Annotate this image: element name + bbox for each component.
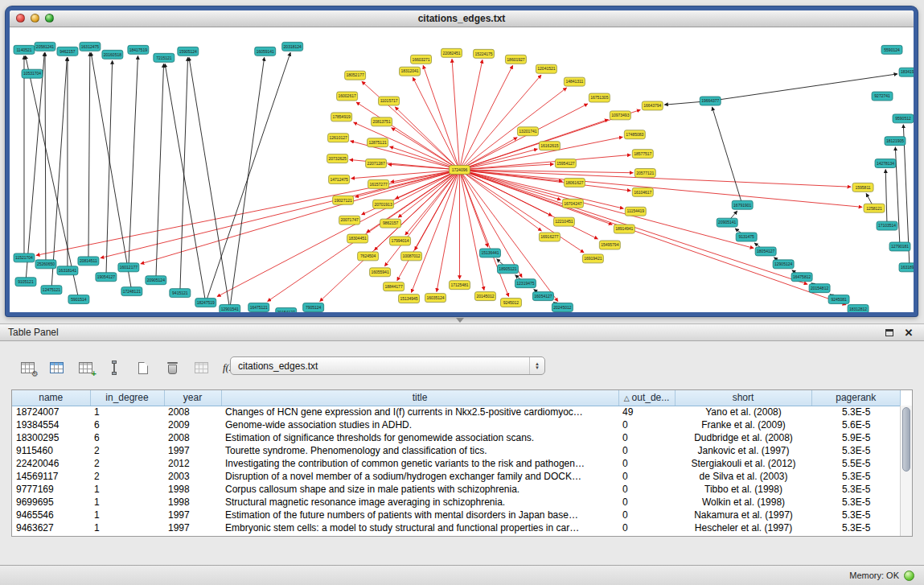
table-cell[interactable]: 5.3E-5 [811,470,901,483]
table-cell[interactable]: 1 [90,496,164,509]
table-cell[interactable]: 1997 [164,521,221,534]
table-row[interactable]: 1830029562008Estimation of significance … [12,431,901,444]
graph-node[interactable]: 18905121 [497,265,518,274]
table-cell[interactable]: 2008 [164,406,221,418]
graph-node[interactable]: 15954127 [555,159,576,168]
table-cell[interactable]: 0 [618,509,675,521]
table-cell[interactable]: 18300295 [12,431,90,444]
delete-table-button[interactable] [159,356,185,379]
table-cell[interactable]: 5.3E-5 [811,496,901,509]
row-height-button[interactable] [101,356,127,379]
graph-node[interactable]: 16059141 [255,47,276,56]
table-cell[interactable]: 0 [618,444,675,457]
graph-node[interactable]: 25260650 [35,260,56,269]
graph-edge[interactable] [460,170,754,248]
table-cell[interactable]: 2012 [164,457,221,470]
table-cell[interactable]: 0 [618,496,675,509]
graph-node[interactable]: 20905141 [717,218,737,227]
graph-node[interactable]: 16002617 [337,92,358,101]
graph-node[interactable]: 17248121 [121,287,142,296]
table-cell[interactable]: 1998 [164,496,221,509]
graph-node[interactable]: 18247519 [195,299,216,307]
table-cell[interactable]: 1997 [164,509,221,521]
minimize-window-button[interactable] [31,14,39,23]
graph-edge[interactable] [156,64,164,280]
column-header-year[interactable]: year [164,390,221,406]
close-window-button[interactable] [16,14,25,23]
graph-edge[interactable] [395,107,459,170]
graph-node[interactable]: 20145012 [474,292,495,301]
graph-edge[interactable] [189,57,230,309]
table-cell[interactable]: Changes of HCN gene expression and I(f) … [221,406,618,418]
rename-table-button[interactable] [188,356,214,379]
graph-node[interactable]: 9462157 [57,47,78,56]
graph-node[interactable]: 12901541 [220,305,240,312]
table-cell[interactable]: Structural magnetic resonance image aver… [221,496,618,509]
table-cell[interactable]: 0 [618,521,675,534]
network-table-select[interactable]: citations_edges.txt ▲▼ [230,356,545,375]
table-cell[interactable]: 2 [90,470,164,483]
table-cell[interactable]: 9699695 [12,496,90,509]
graph-node[interactable]: 18312812 [848,305,869,312]
table-cell[interactable]: Hescheler et al. (1997) [675,521,811,534]
column-header-in_degree[interactable]: in_degree [90,390,164,406]
window-titlebar[interactable]: citations_edges.txt [10,10,914,27]
table-cell[interactable]: 9463627 [12,521,90,534]
graph-edge[interactable] [106,60,113,277]
graph-edge[interactable] [423,65,459,170]
graph-edge[interactable] [710,74,897,101]
graph-node[interactable]: 16157277 [368,179,389,188]
table-row[interactable]: 977716911998Corpus callosum shape and si… [12,483,901,496]
graph-edge[interactable] [217,170,459,297]
table-cell[interactable]: 1 [90,509,164,521]
graph-edge[interactable] [51,57,67,290]
graph-node[interactable]: 17485083 [624,130,645,139]
graph-node[interactable]: 17125481 [450,281,470,290]
table-cell[interactable]: 9465546 [12,509,90,521]
graph-node[interactable]: 20577121 [634,169,655,178]
graph-edge[interactable] [405,170,460,235]
table-cell[interactable]: 2009 [164,418,221,431]
table-cell[interactable]: 0 [618,431,675,444]
graph-node[interactable]: 10087012 [401,252,422,261]
graph-node[interactable]: 10531704 [22,69,43,78]
graph-node[interactable]: 20318124 [282,42,303,51]
table-cell[interactable]: 1 [90,483,164,496]
graph-node[interactable]: 16054127 [532,292,553,301]
graph-node[interactable]: 9245081 [828,295,849,304]
graph-node[interactable]: 16162615 [539,142,560,150]
graph-node[interactable]: 9590512 [893,114,914,123]
graph-edge[interactable] [45,52,46,264]
graph-node[interactable]: 10973493 [610,111,630,120]
graph-node[interactable]: 20813751 [372,117,392,126]
graph-node[interactable]: 7905124 [303,303,324,312]
table-cell[interactable]: 5.3E-5 [811,406,901,418]
graph-node[interactable]: 18601927 [505,55,526,64]
graph-edge[interactable] [26,52,44,282]
graph-node[interactable]: 1140521 [14,45,35,54]
table-cell[interactable]: 18724007 [12,406,90,418]
table-cell[interactable]: 1 [90,521,164,534]
graph-node[interactable]: 17103514 [877,221,897,230]
graph-node[interactable]: 16312475 [80,42,101,51]
graph-node[interactable]: 16055941 [370,268,391,277]
graph-node[interactable]: 5590124 [881,45,902,54]
graph-node[interactable]: 5901514 [68,295,89,304]
graph-node[interactable]: 19027121 [333,196,354,204]
table-cell[interactable]: Wolkin et al. (1998) [675,496,811,509]
graph-edge[interactable] [713,107,743,205]
table-cell[interactable]: 0 [618,470,675,483]
zoom-window-button[interactable] [45,14,54,23]
graph-node[interactable]: 15134945 [399,295,420,303]
graph-node[interactable]: 19054127 [96,273,117,282]
graph-node[interactable]: 18341905 [899,68,914,76]
table-cell[interactable]: Disruption of a novel member of a sodium… [221,470,618,483]
table-cell[interactable]: Genome-wide association studies in ADHD. [221,418,618,431]
graph-node[interactable]: 11154419 [625,207,646,216]
table-cell[interactable]: Tourette syndrome. Phenomenology and cla… [221,444,618,457]
table-scrollbar-thumb[interactable] [902,407,910,472]
table-cell[interactable]: 2003 [164,470,221,483]
graph-node[interactable]: 9862157 [380,219,401,228]
graph-node[interactable]: 20245012 [552,303,573,312]
graph-node[interactable]: 9105121 [15,278,36,286]
